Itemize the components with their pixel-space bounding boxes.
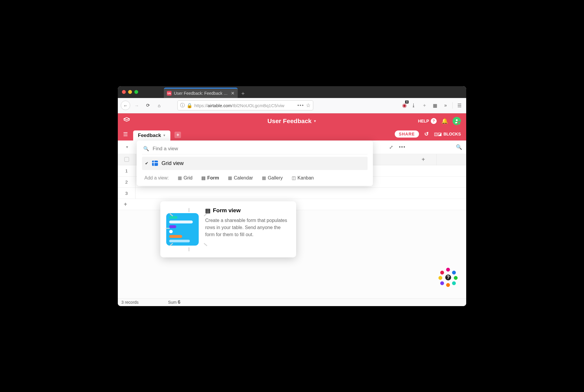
row-number: 1 [118, 165, 136, 176]
status-bar: 3 records Sum 6 [118, 298, 466, 306]
add-view-form[interactable]: ▤Form [201, 175, 219, 181]
view-item-label: Grid view [162, 160, 184, 166]
kanban-icon: ◫ [292, 175, 296, 181]
help-icon: ? [431, 118, 437, 124]
chevron-down-icon: ▼ [313, 119, 317, 123]
tab-title: User Feedback: Feedback - Airt [174, 91, 229, 96]
record-count: 3 records [121, 300, 138, 305]
ublock-icon[interactable]: ◉ [402, 102, 407, 109]
row-number: 3 [118, 188, 136, 199]
content-area: ▼ ⤢ ••• 🔍 ▼ + 1 2 3 + 🔍 [118, 141, 466, 298]
form-icon: ▤ [205, 207, 211, 214]
downloads-icon[interactable]: ⭳ [410, 103, 417, 108]
add-view-gallery[interactable]: ▦Gallery [262, 175, 283, 181]
star-icon[interactable]: ☆ [306, 102, 311, 109]
view-switcher-caret[interactable]: ▼ [125, 145, 129, 149]
overflow-icon[interactable]: » [442, 103, 449, 108]
select-all-checkbox[interactable] [124, 157, 129, 162]
check-icon: ✔ [145, 161, 149, 166]
find-view-input[interactable] [153, 146, 366, 152]
close-window-button[interactable] [122, 90, 126, 94]
view-item-grid[interactable]: ✔ Grid view [142, 157, 368, 170]
reload-button[interactable]: ⟳ [143, 101, 153, 110]
hamburger-icon[interactable]: ☰ [456, 103, 463, 108]
favicon: Us [167, 91, 172, 96]
extension-icons: ◉ ⭳ ✦ ▦ » ☰ [402, 102, 463, 109]
new-tab-button[interactable]: ＋ [240, 90, 246, 97]
table-list-icon[interactable]: ☰ [123, 131, 128, 138]
fullscreen-window-button[interactable] [134, 90, 138, 94]
blocks-button[interactable]: ◫◪BLOCKS [434, 132, 461, 136]
app-header: User Feedback▼ HELP? 🔔 [118, 113, 466, 129]
row-number: 2 [118, 177, 136, 187]
form-view-tooltip: ▤Form view Create a shareable form that … [160, 201, 296, 257]
traffic-lights [122, 90, 138, 94]
apps-icon[interactable]: ▦ [431, 103, 439, 108]
add-view-calendar[interactable]: ▦Calendar [228, 175, 253, 181]
add-view-grid[interactable]: ▦Grid [178, 175, 193, 181]
url-text: https://airtable.com/tbl2NoUOLgcmBq1C5/v… [194, 103, 296, 108]
table-tab-feedback[interactable]: Feedback▼ [133, 130, 170, 141]
base-title[interactable]: User Feedback▼ [267, 117, 317, 125]
browser-toolbar: ← → ⟳ ⌂ ⓘ 🔒 https://airtable.com/tbl2NoU… [118, 98, 466, 113]
search-icon: 🔍 [143, 146, 149, 151]
summary[interactable]: Sum 6 [168, 300, 180, 305]
table-row[interactable]: 3 [118, 188, 466, 199]
tooltip-title: ▤Form view [205, 207, 290, 214]
browser-window: Us User Feedback: Feedback - Airt ✕ ＋ ← … [118, 86, 466, 306]
minimize-window-button[interactable] [128, 90, 132, 94]
expand-icon[interactable]: ⤢ [389, 144, 393, 150]
calendar-icon: ▦ [228, 175, 232, 181]
search-icon[interactable]: 🔍 [456, 144, 462, 150]
svg-point-0 [456, 119, 458, 121]
notifications-icon[interactable]: 🔔 [441, 118, 448, 124]
avatar[interactable] [453, 117, 461, 125]
form-illustration [166, 207, 199, 251]
help-icon: ? [444, 274, 452, 281]
grid-view-icon [152, 161, 158, 166]
back-button[interactable]: ← [121, 101, 130, 110]
form-icon: ▤ [201, 175, 205, 181]
tables-bar: ☰ Feedback▼ + SHARE ↺ ◫◪BLOCKS [118, 129, 466, 141]
share-button[interactable]: SHARE [395, 130, 419, 138]
lock-icon: 🔒 [187, 103, 193, 108]
forward-button[interactable]: → [132, 101, 141, 110]
help-link[interactable]: HELP? [418, 118, 437, 124]
browser-tab[interactable]: Us User Feedback: Feedback - Airt ✕ [164, 88, 238, 98]
window-titlebar: Us User Feedback: Feedback - Airt ✕ ＋ [118, 86, 466, 98]
add-view-label: Add a view: [144, 175, 169, 181]
info-icon[interactable]: ⓘ [180, 102, 185, 109]
tab-close-icon[interactable]: ✕ [231, 91, 235, 96]
view-switcher-popup: 🔍 ✔ Grid view Add a view: ▦Grid ▤Form ▦C… [137, 141, 373, 186]
meatballs-icon[interactable]: ••• [297, 103, 304, 108]
address-bar[interactable]: ⓘ 🔒 https://airtable.com/tbl2NoUOLgcmBq1… [177, 100, 313, 110]
gallery-icon: ▦ [262, 175, 266, 181]
pin-icon[interactable]: ✦ [420, 103, 428, 108]
add-table-button[interactable]: + [174, 132, 181, 138]
add-view-kanban[interactable]: ◫Kanban [292, 175, 314, 181]
history-icon[interactable]: ↺ [424, 131, 429, 137]
home-button[interactable]: ⌂ [154, 101, 164, 110]
grid-icon: ▦ [178, 175, 182, 181]
airtable-logo-icon[interactable] [123, 117, 130, 125]
tooltip-body: Create a shareable form that populates r… [205, 217, 290, 238]
help-widget[interactable]: ? [438, 268, 457, 287]
more-icon[interactable]: ••• [399, 144, 406, 150]
add-column-button[interactable]: + [410, 154, 437, 165]
blocks-icon: ◫◪ [434, 132, 442, 136]
add-view-row: Add a view: ▦Grid ▤Form ▦Calendar ▦Galle… [142, 170, 368, 182]
chevron-down-icon: ▼ [163, 134, 166, 137]
